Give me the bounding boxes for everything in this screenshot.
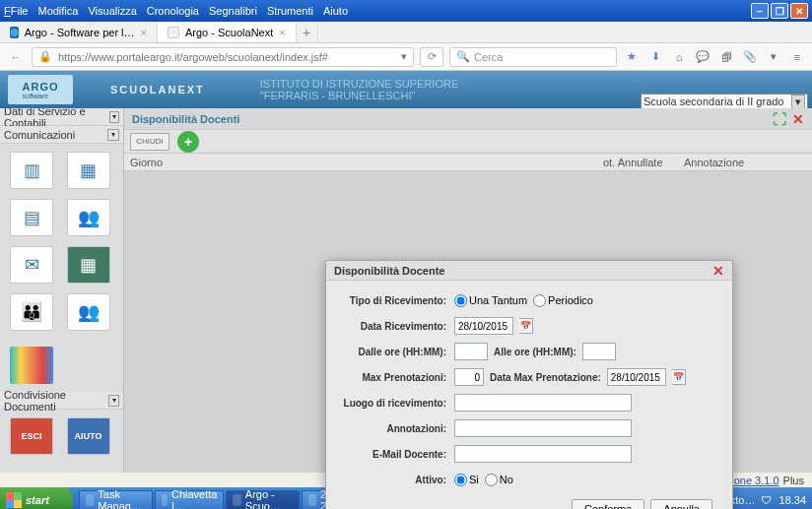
collapse-icon[interactable]: ▾ [108, 395, 119, 407]
start-label: start [26, 494, 49, 506]
lbl-annotazioni: Annotazioni: [336, 423, 454, 434]
window-minimize-button[interactable]: – [751, 3, 769, 19]
bookmark-star-icon[interactable]: ★ [623, 48, 641, 66]
annulla-button[interactable]: Annulla [650, 499, 712, 509]
input-annotazioni[interactable] [454, 419, 632, 437]
chat-icon[interactable]: 💬 [694, 48, 711, 66]
url-text: https://www.portaleargo.it/argoweb/scuol… [58, 51, 328, 63]
tab-close-icon[interactable]: × [279, 27, 285, 38]
task-icon [233, 494, 240, 506]
rail-icon-2[interactable]: ▦ [67, 152, 110, 189]
rail-grid-bottom: ESCI AIUTO [0, 410, 123, 463]
menu-visualizza[interactable]: Visualizza [88, 5, 136, 17]
rail-icon-3[interactable]: ▤ [10, 199, 53, 236]
rail-icon-6[interactable]: ▦ [67, 246, 110, 284]
menu-cronologia[interactable]: Cronologia [147, 5, 199, 17]
task-label: Argo - Scuo… [245, 490, 293, 509]
input-alle-ore[interactable] [582, 343, 616, 360]
search-field[interactable]: 🔍 Cerca [449, 47, 617, 67]
input-email[interactable] [454, 445, 632, 463]
task-label: Task Manag… [98, 490, 146, 509]
modal-close-icon[interactable]: ✕ [712, 263, 724, 279]
radio-periodico[interactable]: Periodico [533, 294, 593, 307]
radio-si[interactable]: Si [454, 474, 479, 486]
back-button[interactable]: ← [6, 47, 26, 67]
search-placeholder: Cerca [474, 51, 503, 63]
argo-favicon-icon [168, 27, 179, 38]
menu-strumenti[interactable]: Strumenti [267, 5, 313, 17]
rail-header-condivisione[interactable]: Condivisione Documenti ▾ [0, 392, 123, 410]
home-icon[interactable]: ⌂ [670, 48, 688, 66]
institute-line1: ISTITUTO DI ISTRUZIONE SUPERIORE [260, 78, 458, 90]
hamburger-menu-icon[interactable]: ≡ [788, 48, 806, 66]
clipboard-icon[interactable]: 📎 [741, 48, 759, 66]
radio-no[interactable]: No [485, 474, 513, 486]
collapse-icon[interactable]: ▾ [107, 129, 119, 141]
version-plus: Plus [783, 475, 804, 486]
tray-clock[interactable]: 18.34 [778, 494, 806, 506]
input-dalle-ore[interactable] [454, 343, 488, 360]
start-button[interactable]: start [0, 487, 73, 509]
reload-button[interactable]: ⟳ [420, 47, 443, 67]
window-maximize-button[interactable]: ❐ [771, 3, 788, 19]
collapse-icon[interactable]: ▾ [109, 111, 119, 123]
rail-header-comunicazioni[interactable]: Comunicazioni ▾ [0, 126, 123, 144]
radio-no-input[interactable] [485, 474, 498, 486]
rail-icon-rainbow[interactable] [10, 347, 53, 384]
input-data-max-pren[interactable] [607, 368, 666, 386]
task-item[interactable]: Argo - Scuo… [226, 490, 299, 509]
address-bar[interactable]: 🔒 https://www.portaleargo.it/argoweb/scu… [32, 47, 414, 67]
radio-si-input[interactable] [454, 474, 467, 486]
menu-segnalibri[interactable]: Segnalibri [209, 5, 257, 17]
rail-header-dati[interactable]: Dati di Servizio e Contabili ▾ [0, 108, 123, 126]
menu-modifica[interactable]: Modifica [37, 5, 78, 17]
url-dropdown-icon[interactable]: ▾ [401, 50, 407, 63]
rail-icon-7[interactable]: 👪 [10, 293, 53, 331]
esci-button[interactable]: ESCI [10, 417, 53, 455]
main-panel: Disponibilità Docenti ⛶ ✕ CHIUDI + Giorn… [124, 108, 812, 473]
task-item[interactable]: Task Manag… [79, 490, 153, 509]
tab-add-button[interactable]: + [297, 23, 318, 42]
tray-icon[interactable]: 🛡 [761, 494, 773, 506]
rail-grid-comunicazioni: ▥ ▦ ▤ 👥 ✉ ▦ 👪 👥 [0, 144, 123, 339]
menu: FFile Modifica Visualizza Cronologia Seg… [4, 5, 348, 17]
aiuto-button[interactable]: AIUTO [67, 417, 110, 455]
rail-header-label: Condivisione Documenti [4, 389, 108, 413]
radio-una-input[interactable] [454, 294, 467, 307]
downloads-icon[interactable]: ⬇ [646, 48, 664, 66]
menu-file[interactable]: FFile [4, 5, 28, 17]
windows-logo-icon [6, 492, 22, 508]
input-luogo[interactable] [454, 394, 632, 412]
calendar-icon[interactable]: 📅 [672, 369, 686, 385]
rail-icon-4[interactable]: 👥 [67, 199, 110, 236]
save-icon[interactable]: 🗐 [717, 48, 735, 66]
toolbar-dropdown-icon[interactable]: ▾ [765, 48, 782, 66]
radio-una-tantum[interactable]: Una Tantum [454, 294, 527, 307]
modal-header: Disponibilità Docente ✕ [326, 261, 732, 281]
tab-close-icon[interactable]: × [141, 27, 147, 38]
lbl-alle-ore: Alle ore (HH:MM): [494, 347, 576, 357]
radio-per-label: Periodico [548, 294, 593, 306]
calendar-icon[interactable]: 📅 [519, 318, 533, 334]
task-icon [162, 494, 168, 506]
radio-per-input[interactable] [533, 294, 546, 307]
input-data-ricevimento[interactable] [454, 317, 513, 335]
tab-scuolanext[interactable]: Argo - ScuolaNext × [158, 23, 297, 42]
input-max-prenotazioni[interactable] [454, 368, 484, 386]
school-level-select[interactable]: Scuola secondaria di II grado ▾ [641, 94, 808, 109]
tab-argo-software[interactable]: Argo - Software per la Scuola… × [0, 23, 158, 42]
task-item[interactable]: Chiavetta I… [155, 490, 224, 509]
menu-aiuto[interactable]: Aiuto [323, 5, 348, 17]
institute-line2: "FERRARIS - BRUNELLESCHI" [260, 90, 458, 101]
school-select-value: Scuola secondaria di II grado [643, 95, 783, 107]
conferma-button[interactable]: Conferma [572, 499, 644, 509]
rail-icon-8[interactable]: 👥 [67, 293, 110, 331]
rail-icon-5[interactable]: ✉ [10, 246, 53, 284]
rail-icon-1[interactable]: ▥ [10, 152, 53, 189]
chevron-down-icon[interactable]: ▾ [791, 95, 805, 109]
radio-si-label: Si [469, 474, 479, 485]
radio-no-label: No [500, 474, 513, 485]
lbl-email: E-Mail Docente: [336, 449, 454, 460]
task-label: Chiavetta I… [171, 490, 217, 509]
window-close-button[interactable]: ✕ [790, 3, 808, 19]
